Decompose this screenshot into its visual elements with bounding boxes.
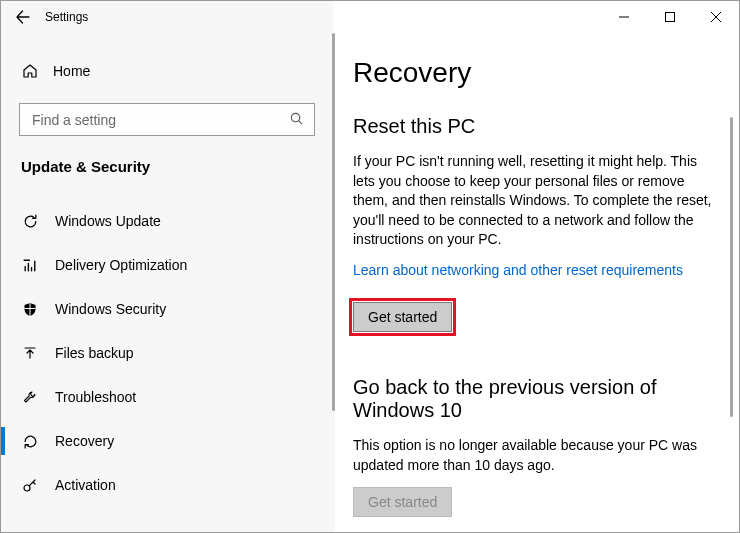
section-reset-body: If your PC isn't running well, resetting…: [353, 152, 713, 250]
sidebar-item-troubleshoot[interactable]: Troubleshoot: [1, 375, 335, 419]
arrow-left-icon: [15, 9, 31, 25]
sidebar-item-activation[interactable]: Activation: [1, 463, 335, 507]
page-title: Recovery: [353, 57, 739, 89]
section-reset-heading: Reset this PC: [353, 115, 739, 138]
delivery-icon: [21, 256, 39, 274]
svg-rect-0: [666, 13, 675, 22]
sidebar-category: Update & Security: [19, 158, 317, 175]
sync-icon: [21, 212, 39, 230]
content-scrollbar[interactable]: [730, 117, 733, 417]
sidebar-item-windows-security[interactable]: Windows Security: [1, 287, 335, 331]
maximize-icon: [665, 12, 675, 22]
home-icon: [21, 62, 39, 80]
close-icon: [711, 12, 721, 22]
search-input-wrapper[interactable]: [19, 103, 315, 136]
close-button[interactable]: [693, 1, 739, 33]
shield-icon: [21, 300, 39, 318]
goback-get-started-button: Get started: [353, 487, 452, 517]
sidebar-item-label: Recovery: [55, 433, 114, 449]
sidebar-item-delivery-optimization[interactable]: Delivery Optimization: [1, 243, 335, 287]
sidebar-home-label: Home: [53, 63, 90, 79]
key-icon: [21, 476, 39, 494]
sidebar-item-recovery[interactable]: Recovery: [1, 419, 335, 463]
svg-point-1: [291, 113, 299, 121]
recovery-icon: [21, 432, 39, 450]
sidebar-item-label: Windows Security: [55, 301, 166, 317]
main-area: Home Update & Security Windows Update: [1, 33, 739, 532]
sidebar-home[interactable]: Home: [19, 53, 317, 89]
window-title: Settings: [45, 10, 88, 24]
sidebar-nav: Windows Update Delivery Optimization Win…: [1, 199, 335, 507]
sidebar-item-label: Files backup: [55, 345, 134, 361]
section-goback-body: This option is no longer available becau…: [353, 436, 713, 475]
search-input[interactable]: [30, 111, 289, 129]
sidebar-item-label: Windows Update: [55, 213, 161, 229]
sidebar-item-label: Troubleshoot: [55, 389, 136, 405]
sidebar: Home Update & Security Windows Update: [1, 33, 335, 532]
maximize-button[interactable]: [647, 1, 693, 33]
content-pane: Recovery Reset this PC If your PC isn't …: [335, 33, 739, 532]
minimize-button[interactable]: [601, 1, 647, 33]
search-icon: [289, 111, 304, 129]
wrench-icon: [21, 388, 39, 406]
back-button[interactable]: [1, 1, 45, 33]
backup-icon: [21, 344, 39, 362]
sidebar-item-files-backup[interactable]: Files backup: [1, 331, 335, 375]
minimize-icon: [619, 12, 629, 22]
reset-learn-link[interactable]: Learn about networking and other reset r…: [353, 262, 683, 278]
sidebar-item-label: Activation: [55, 477, 116, 493]
titlebar: Settings: [1, 1, 739, 33]
sidebar-item-windows-update[interactable]: Windows Update: [1, 199, 335, 243]
sidebar-item-label: Delivery Optimization: [55, 257, 187, 273]
section-goback-heading: Go back to the previous version of Windo…: [353, 376, 693, 422]
reset-get-started-button[interactable]: Get started: [353, 302, 452, 332]
